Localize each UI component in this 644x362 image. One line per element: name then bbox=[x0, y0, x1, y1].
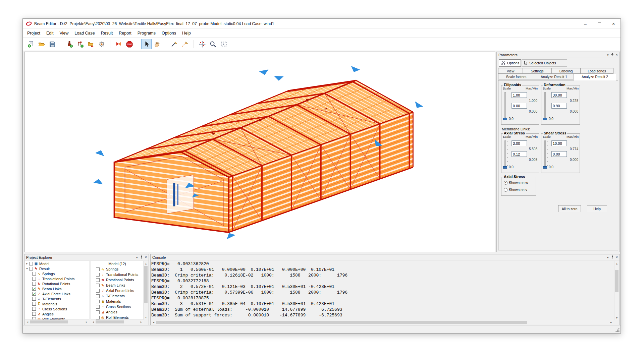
slider-handle[interactable] bbox=[503, 166, 507, 169]
checkbox[interactable] bbox=[32, 302, 36, 306]
min-scale-input[interactable] bbox=[551, 103, 567, 109]
scroll-right-icon[interactable]: ▸ bbox=[139, 320, 144, 324]
help-button[interactable]: Help bbox=[587, 205, 607, 212]
draw-link-button[interactable] bbox=[180, 39, 190, 49]
radio-shown-on-w[interactable]: ● Shown on w bbox=[504, 181, 528, 185]
slider-handle[interactable] bbox=[503, 118, 507, 120]
close-button[interactable]: × bbox=[606, 19, 621, 28]
scale-slider[interactable] bbox=[544, 92, 546, 118]
max-scale-input[interactable] bbox=[512, 140, 527, 146]
checkbox[interactable] bbox=[96, 316, 100, 319]
scroll-thumb[interactable] bbox=[96, 320, 124, 323]
tab-settings[interactable]: Settings bbox=[523, 68, 552, 74]
close-panel-icon[interactable]: × bbox=[145, 255, 147, 259]
scroll-down-icon[interactable]: ▾ bbox=[144, 315, 148, 319]
radio-icon[interactable] bbox=[504, 188, 507, 192]
tree-item-axial-force-links[interactable]: ✓∕Axial Force Links bbox=[25, 291, 89, 296]
tree-item-springs[interactable]: ∿Springs bbox=[25, 271, 89, 276]
checkbox[interactable] bbox=[96, 284, 100, 287]
scroll-left-icon[interactable]: ◂ bbox=[151, 320, 156, 325]
maximize-button[interactable] bbox=[592, 19, 606, 28]
list-item-cross-sections[interactable]: ◔Cross Sections bbox=[91, 304, 144, 309]
open-project-button[interactable] bbox=[36, 39, 47, 49]
scroll-thumb[interactable] bbox=[30, 320, 68, 323]
checkbox[interactable] bbox=[29, 262, 33, 265]
open-result-button[interactable] bbox=[86, 39, 96, 49]
chevron-down-icon[interactable]: ▾ bbox=[607, 256, 609, 259]
list-horizontal-scrollbar[interactable]: ◂ ▸ bbox=[91, 319, 144, 324]
zoom-button[interactable] bbox=[208, 39, 218, 49]
select-arrow-button[interactable] bbox=[141, 39, 152, 49]
list-item-springs[interactable]: ∿Springs bbox=[91, 266, 144, 272]
options-mode-button[interactable]: Options bbox=[499, 59, 521, 67]
checkbox[interactable] bbox=[96, 294, 100, 298]
list-item-rotational-points[interactable]: ↻Rotational Points bbox=[91, 277, 144, 283]
selected-objects-mode-button[interactable]: Selected Objects bbox=[522, 59, 567, 67]
menu-edit[interactable]: Edit bbox=[43, 29, 57, 38]
slider-handle[interactable] bbox=[543, 118, 547, 120]
list-item-angles[interactable]: ⊿Angles bbox=[91, 309, 144, 315]
model-viewport[interactable] bbox=[24, 52, 495, 252]
tree-item-result[interactable]: ▾✎Result bbox=[25, 266, 89, 271]
add-points-button[interactable] bbox=[75, 39, 85, 49]
checkbox[interactable] bbox=[96, 300, 100, 303]
max-scale-input[interactable] bbox=[551, 140, 567, 146]
menu-programs[interactable]: Programs bbox=[135, 29, 159, 38]
list-item-translational-points[interactable]: ↓Translational Points bbox=[91, 272, 144, 277]
tree-horizontal-scrollbar[interactable]: ◂ ▸ bbox=[25, 319, 89, 324]
new-project-button[interactable] bbox=[25, 39, 36, 49]
checkbox[interactable] bbox=[96, 267, 100, 271]
checkbox[interactable] bbox=[32, 307, 36, 311]
3d-model-view[interactable] bbox=[24, 52, 495, 252]
scale-slider[interactable] bbox=[504, 92, 506, 118]
list-vertical-scrollbar[interactable]: ▴ ▾ bbox=[143, 261, 148, 319]
checkbox[interactable] bbox=[96, 273, 100, 277]
resize-grip-icon[interactable] bbox=[615, 328, 620, 332]
minimize-button[interactable]: – bbox=[578, 19, 592, 28]
list-item-beam-links[interactable]: ✎Beam Links bbox=[91, 283, 144, 288]
pin-icon[interactable] bbox=[140, 255, 143, 259]
checkbox[interactable] bbox=[29, 267, 33, 270]
expander-icon[interactable]: ▸ bbox=[25, 262, 29, 265]
console-vertical-scrollbar[interactable]: ▴ ▾ bbox=[614, 261, 619, 320]
close-panel-icon[interactable]: × bbox=[616, 255, 618, 259]
checkbox[interactable] bbox=[32, 277, 36, 281]
checkbox[interactable] bbox=[96, 310, 100, 314]
tree-item-t-elements[interactable]: ∴T-Elements bbox=[25, 296, 89, 301]
console-horizontal-scrollbar[interactable]: ◂ ▸ bbox=[151, 320, 613, 324]
radio-shown-on-v[interactable]: Shown on v bbox=[504, 188, 527, 192]
pan-hand-button[interactable] bbox=[152, 39, 162, 49]
min-scale-input[interactable] bbox=[551, 151, 567, 157]
list-item-axial-force-links[interactable]: ∕Axial Force Links bbox=[91, 288, 144, 293]
checkbox[interactable] bbox=[32, 312, 36, 316]
tree-item-translational-points[interactable]: ↓Translational Points bbox=[25, 276, 89, 281]
chevron-down-icon[interactable]: ▾ bbox=[607, 53, 609, 57]
result-flag-button[interactable] bbox=[113, 39, 124, 49]
chevron-down-icon[interactable]: ▾ bbox=[136, 256, 138, 259]
max-scale-input[interactable] bbox=[551, 92, 567, 98]
checkbox[interactable] bbox=[32, 317, 36, 319]
tree-item-materials[interactable]: EMaterials bbox=[25, 301, 89, 306]
tab-analyze-result-1[interactable]: Analyze Result 1 bbox=[534, 74, 574, 79]
move-nodes-button[interactable] bbox=[197, 39, 207, 49]
settings-gear-button[interactable] bbox=[96, 39, 107, 49]
add-model-button[interactable] bbox=[64, 39, 74, 49]
menu-result[interactable]: Result bbox=[98, 29, 116, 38]
tab-analyze-result-2[interactable]: Analyze Result 2 bbox=[574, 74, 616, 80]
scroll-right-icon[interactable]: ▸ bbox=[609, 320, 613, 325]
expander-icon[interactable]: ▾ bbox=[25, 267, 29, 270]
scroll-down-icon[interactable]: ▾ bbox=[614, 315, 619, 320]
draw-beam-button[interactable] bbox=[169, 39, 179, 49]
zoom-extents-button[interactable] bbox=[218, 39, 229, 49]
scroll-left-icon[interactable]: ◂ bbox=[91, 320, 96, 324]
slider-handle[interactable] bbox=[543, 166, 547, 169]
tree-item-model[interactable]: ▸▦Model bbox=[25, 261, 89, 266]
scale-slider[interactable] bbox=[504, 140, 506, 166]
pin-icon[interactable] bbox=[611, 255, 614, 259]
list-item-materials[interactable]: EMaterials bbox=[91, 299, 144, 304]
checkbox[interactable] bbox=[32, 297, 36, 301]
tab-view[interactable]: View bbox=[498, 68, 523, 74]
scale-slider[interactable] bbox=[544, 140, 546, 166]
project-tree[interactable]: ▸▦Model ▾✎Result ∿Springs ↓Translational… bbox=[25, 261, 89, 319]
scroll-up-icon[interactable]: ▴ bbox=[144, 261, 148, 266]
